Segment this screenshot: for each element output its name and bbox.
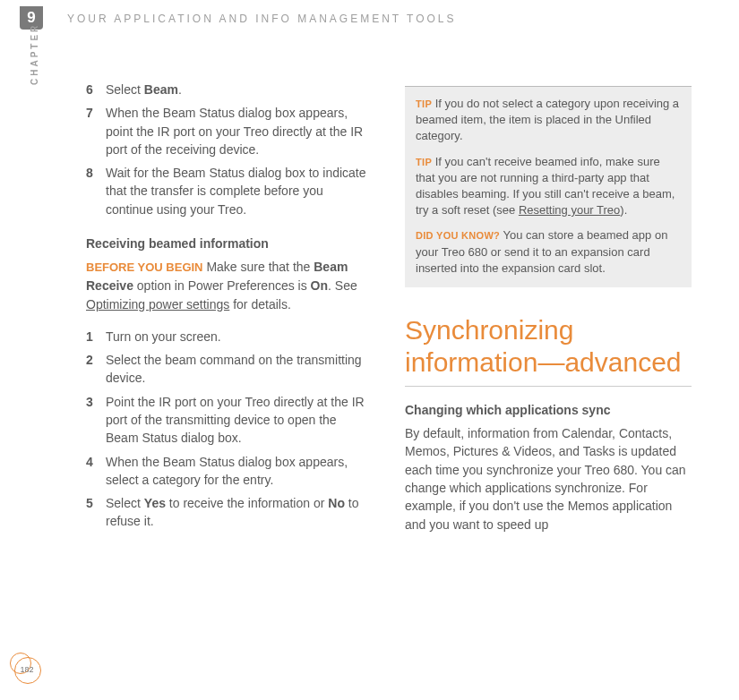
text: . See xyxy=(328,278,357,293)
tips-box: TIP If you do not select a category upon… xyxy=(405,86,692,287)
tip-paragraph: TIP If you can't receive beamed info, ma… xyxy=(416,154,681,219)
step-item: 7 When the Beam Status dialog box appear… xyxy=(86,104,373,158)
step-number: 5 xyxy=(86,494,106,531)
left-column: 6 Select Beam. 7 When the Beam Status di… xyxy=(86,81,373,547)
text: . xyxy=(178,82,182,97)
bold-text: On xyxy=(311,278,328,293)
link-resetting-treo[interactable]: Resetting your Treo xyxy=(519,203,620,217)
text: option in Power Preferences is xyxy=(133,278,311,293)
text: Make sure that the xyxy=(203,260,314,274)
step-number: 2 xyxy=(86,351,106,388)
page: 9 CHAPTER YOUR APPLICATION AND INFO MANA… xyxy=(0,0,739,700)
step-body: Turn on your screen. xyxy=(106,328,373,346)
text: to receive the information or xyxy=(166,496,328,510)
chapter-label-vertical: CHAPTER xyxy=(30,23,39,85)
step-number: 4 xyxy=(86,453,106,490)
bold-text: Beam xyxy=(144,82,178,97)
page-number: 182 xyxy=(13,655,41,684)
step-item: 8 Wait for the Beam Status dialog box to… xyxy=(86,164,373,218)
main-heading: Synchronizing information—advanced xyxy=(405,314,692,379)
sub-heading: Receiving beamed information xyxy=(86,235,373,252)
step-body: Select Beam. xyxy=(106,81,373,98)
section-title: YOUR APPLICATION AND INFO MANAGEMENT TOO… xyxy=(67,13,457,25)
dyk-label: DID YOU KNOW? xyxy=(416,230,500,241)
step-number: 1 xyxy=(86,328,106,346)
steps-list-a: 6 Select Beam. 7 When the Beam Status di… xyxy=(86,81,373,218)
did-you-know-paragraph: DID YOU KNOW? You can store a beamed app… xyxy=(416,227,681,277)
step-item: 3 Point the IR port on your Treo directl… xyxy=(86,393,373,448)
step-body: Select the beam command on the transmitt… xyxy=(106,351,373,388)
step-item: 5 Select Yes to receive the information … xyxy=(86,494,373,531)
text: for details. xyxy=(229,297,290,312)
step-item: 6 Select Beam. xyxy=(86,81,373,98)
steps-list-b: 1 Turn on your screen. 2 Select the beam… xyxy=(86,328,373,531)
step-body: Select Yes to receive the information or… xyxy=(106,494,373,531)
before-label: BEFORE YOU BEGIN xyxy=(86,260,203,274)
step-body: When the Beam Status dialog box appears,… xyxy=(106,453,373,490)
page-number-ornament: 182 xyxy=(13,655,41,684)
tip-label: TIP xyxy=(416,98,432,109)
step-number: 8 xyxy=(86,164,106,218)
step-number: 7 xyxy=(86,104,106,158)
tip-label: TIP xyxy=(416,157,432,167)
link-optimizing-power[interactable]: Optimizing power settings xyxy=(86,297,229,312)
tip-text: If you do not select a category upon rec… xyxy=(416,97,679,142)
step-item: 2 Select the beam command on the transmi… xyxy=(86,351,373,388)
step-number: 6 xyxy=(86,81,106,98)
step-item: 4 When the Beam Status dialog box appear… xyxy=(86,453,373,490)
right-column: TIP If you do not select a category upon… xyxy=(405,86,692,534)
step-body: Wait for the Beam Status dialog box to i… xyxy=(106,164,373,218)
tip-text: ). xyxy=(620,203,627,217)
step-body: When the Beam Status dialog box appears,… xyxy=(106,104,373,158)
body-paragraph: By default, information from Calendar, C… xyxy=(405,424,692,534)
divider xyxy=(405,386,692,387)
text: Select xyxy=(106,82,144,97)
step-item: 1 Turn on your screen. xyxy=(86,328,373,346)
bold-text: No xyxy=(328,496,345,510)
sub-heading: Changing which applications sync xyxy=(405,401,692,419)
step-body: Point the IR port on your Treo directly … xyxy=(106,393,373,448)
before-you-begin-para: BEFORE YOU BEGIN Make sure that the Beam… xyxy=(86,258,373,312)
bold-text: Yes xyxy=(144,496,166,510)
step-number: 3 xyxy=(86,393,106,448)
text: Select xyxy=(106,496,144,510)
tip-paragraph: TIP If you do not select a category upon… xyxy=(416,96,681,145)
